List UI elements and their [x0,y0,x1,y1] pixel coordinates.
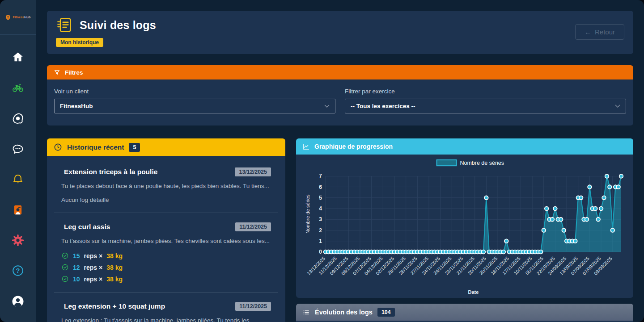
main-content: Suivi des logs Mon historique ← Retour F… [36,0,644,322]
svg-text:Nombre de séries: Nombre de séries [460,160,504,166]
back-button-label: Retour [595,28,615,36]
set-unit: reps × [84,276,103,283]
entry-date-badge: 13/12/2025 [235,167,271,176]
history-entries: Extension triceps à la poulie 13/12/2025… [47,156,285,322]
app-window: FitnessHub [0,0,644,322]
back-arrow-icon: ← [585,28,591,36]
list-icon [302,309,310,316]
help-circle-icon: ? [12,264,24,277]
svg-text:3: 3 [319,216,322,222]
clock-icon [54,143,62,151]
svg-text:4: 4 [319,205,322,212]
chart-header: Graphique de progression [296,138,633,155]
entry-description: Leg extension : Tu t'assois sur la machi… [61,317,271,322]
filters-panel: Filtres Voir un client FitnessHub Filtre… [47,65,633,125]
evolution-count-badge: 104 [377,308,395,317]
set-reps: 10 [73,276,80,283]
page-header: Suivi des logs Mon historique ← Retour [47,11,633,54]
svg-text:Nombre de séries: Nombre de séries [305,194,310,234]
check-circle-icon [61,252,69,259]
bicycle-icon [11,82,25,93]
set-weight: 38 kg [106,276,123,283]
fried-egg-icon [12,112,24,125]
app-logo: FitnessHub [0,0,36,35]
sidebar-item-settings[interactable] [10,232,26,248]
contact-card-icon [12,204,24,216]
sidebar-item-profile[interactable] [10,293,26,309]
set-reps: 12 [73,264,80,271]
chart-body: 0123456713/12/202511/12/202509/12/202508… [296,155,633,298]
svg-text:1: 1 [319,238,322,244]
funnel-icon [54,69,60,76]
history-entry: Leg extension + 10 squat jump 11/12/2025… [54,302,278,322]
filters-body: Voir un client FitnessHub Filtrer par ex… [47,79,633,125]
entry-title: Leg curl assis [64,223,110,231]
svg-text:5: 5 [319,195,322,201]
history-panel: Historique récent 5 Extension triceps à … [47,138,285,322]
set-row: 15 reps × 38 kg [61,252,271,259]
back-button[interactable]: ← Retour [575,24,624,40]
home-icon [12,51,24,63]
check-circle-icon [61,275,69,283]
progress-chart-svg: 0123456713/12/202511/12/202509/12/202508… [303,158,626,298]
svg-text:6: 6 [319,184,322,190]
set-row: 10 reps × 38 kg [61,275,271,283]
entry-description: Tu t’assois sur la machine, jambes pliée… [61,237,271,245]
svg-text:2: 2 [319,227,322,234]
history-header: Historique récent 5 [47,138,285,156]
logo-text: FitnessHub [13,16,30,19]
set-weight: 38 kg [106,252,123,259]
sidebar-item-nutrition[interactable] [10,110,26,126]
sidebar-item-notifications[interactable] [10,171,26,187]
entry-no-log-note: Aucun log détaillé [61,197,271,203]
user-circle-icon [11,295,25,308]
filters-title: Filtres [65,69,83,76]
evolution-panel: Évolution des logs 104 [296,304,633,322]
set-row: 12 reps × 38 kg [61,263,271,271]
check-circle-icon [61,263,69,271]
evolution-header: Évolution des logs 104 [296,304,633,321]
progress-chart-panel: Graphique de progression 0123456713/12/2… [296,138,633,298]
history-badge: Mon historique [56,38,103,47]
set-unit: reps × [84,264,103,271]
sidebar-item-messages[interactable] [10,141,26,157]
bell-icon [12,173,24,185]
exercise-select[interactable]: -- Tous les exercices -- [345,99,626,113]
svg-text:?: ? [16,268,20,275]
chevron-down-icon [615,105,620,108]
history-entry: Extension triceps à la poulie 13/12/2025… [54,167,278,203]
panels-row: Historique récent 5 Extension triceps à … [47,138,633,322]
history-title: Historique récent [67,143,124,151]
gear-icon [11,234,25,247]
set-weight: 38 kg [106,264,123,271]
page-title: Suivi des logs [80,19,156,32]
history-count-badge: 5 [129,143,140,152]
sidebar-nav: ? [0,35,36,322]
log-notes-icon [56,17,73,33]
evolution-title: Évolution des logs [315,309,373,316]
sidebar-item-contacts[interactable] [10,202,26,218]
set-reps: 15 [73,252,80,259]
svg-text:0: 0 [319,249,322,255]
entry-title: Extension triceps à la poulie [64,168,157,176]
filters-header: Filtres [47,65,633,79]
right-column: Graphique de progression 0123456713/12/2… [296,138,633,322]
client-select-value: FitnessHub [60,103,93,109]
exercise-select-value: -- Tous les exercices -- [351,103,415,109]
entry-divider [54,213,278,213]
entry-sets: 15 reps × 38 kg 12 reps × 38 kg 10 reps … [61,252,271,283]
sidebar: FitnessHub [0,0,36,322]
set-unit: reps × [84,252,103,259]
sidebar-item-activity[interactable] [10,79,26,96]
sidebar-item-help[interactable]: ? [10,263,26,279]
client-select[interactable]: FitnessHub [54,99,335,113]
history-entry: Leg curl assis 11/12/2025 Tu t’assois su… [54,222,278,283]
sidebar-item-home[interactable] [10,49,26,65]
entry-date-badge: 11/12/2025 [235,302,271,311]
chat-dots-icon [12,142,24,155]
entry-date-badge: 11/12/2025 [235,222,271,231]
client-filter-label: Voir un client [54,88,335,95]
entry-title: Leg extension + 10 squat jump [64,302,165,310]
line-chart-icon [302,143,310,151]
chevron-down-icon [324,105,330,108]
